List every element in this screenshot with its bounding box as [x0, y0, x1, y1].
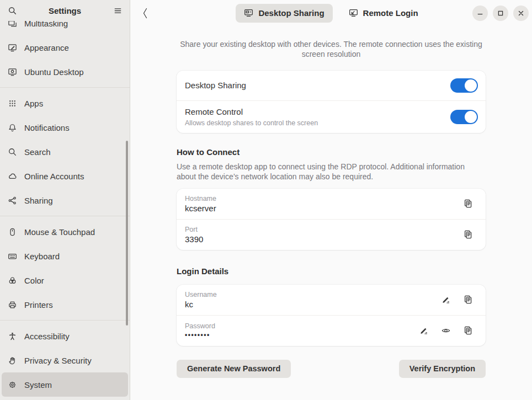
- copy-username-button[interactable]: [463, 295, 473, 305]
- hostname-value: kcserver: [185, 204, 216, 213]
- sidebar-item-label: Appearance: [24, 43, 69, 52]
- how-to-connect-heading: How to Connect: [177, 147, 486, 157]
- password-label: Password: [185, 322, 215, 330]
- tab-desktop-sharing[interactable]: Desktop Sharing: [236, 4, 332, 23]
- sidebar-item-label: Color: [24, 276, 44, 285]
- hostname-label: Hostname: [185, 195, 216, 202]
- sharing-icon: [8, 196, 17, 205]
- page-description: Share your existing desktop with other d…: [177, 39, 486, 60]
- remote-control-label: Remote Control: [185, 107, 318, 116]
- hamburger-menu-icon: [113, 6, 123, 15]
- remote-control-toggle[interactable]: [450, 110, 478, 124]
- maximize-button[interactable]: [493, 6, 508, 21]
- online-accounts-icon: [8, 172, 17, 181]
- copy-hostname-button[interactable]: [463, 199, 473, 209]
- desktop-sharing-icon: [244, 8, 253, 18]
- username-value: kc: [185, 300, 217, 309]
- login-details-heading: Login Details: [177, 266, 486, 276]
- verify-encryption-button[interactable]: Verify Encryption: [399, 360, 486, 378]
- close-icon: [517, 9, 525, 17]
- sidebar-item-color[interactable]: Color: [2, 268, 128, 292]
- settings-sidebar: Settings Multitasking Appearance Ubuntu …: [0, 0, 130, 400]
- search-button[interactable]: [4, 3, 20, 18]
- minimize-icon: [476, 9, 484, 17]
- sidebar-item-multitasking[interactable]: Multitasking: [2, 21, 128, 35]
- main-panel: Desktop Sharing Remote Login: [130, 0, 532, 400]
- sidebar-item-label: Keyboard: [24, 252, 60, 261]
- close-button[interactable]: [513, 6, 529, 21]
- sidebar-item-notifications[interactable]: Notifications: [2, 115, 128, 140]
- sidebar-item-sharing[interactable]: Sharing: [2, 188, 128, 212]
- search-section-icon: [8, 147, 17, 157]
- desktop-sharing-toggle[interactable]: [450, 78, 478, 93]
- sidebar-item-mouse-touchpad[interactable]: Mouse & Touchpad: [2, 220, 128, 244]
- sidebar-item-label: Notifications: [24, 123, 70, 132]
- sidebar-item-ubuntu-desktop[interactable]: Ubuntu Desktop: [2, 60, 128, 84]
- sidebar-divider: [0, 216, 130, 216]
- notifications-icon: [8, 123, 17, 132]
- system-gear-icon: [8, 380, 17, 390]
- remote-control-subtitle: Allows desktop shares to control the scr…: [185, 119, 318, 127]
- mouse-icon: [8, 227, 17, 237]
- sharing-toggles-card: Desktop Sharing Remote Control Allows de…: [177, 71, 486, 133]
- sidebar-item-label: Search: [24, 147, 51, 157]
- sidebar-item-system[interactable]: System: [2, 372, 128, 397]
- tab-remote-login[interactable]: Remote Login: [341, 4, 427, 23]
- copy-password-button[interactable]: [463, 326, 473, 335]
- port-row: Port 3390: [177, 220, 486, 250]
- sidebar-item-printers[interactable]: Printers: [2, 292, 128, 317]
- sidebar-item-accessibility[interactable]: Accessibility: [2, 324, 128, 348]
- desktop-sharing-label: Desktop Sharing: [185, 81, 246, 90]
- sidebar-item-label: Online Accounts: [24, 172, 84, 181]
- eye-icon: [441, 326, 451, 335]
- back-button[interactable]: [137, 4, 153, 23]
- maximize-icon: [497, 9, 504, 17]
- sidebar-item-label: Privacy & Security: [24, 356, 92, 365]
- multitasking-icon: [8, 21, 17, 28]
- privacy-hand-icon: [8, 356, 17, 365]
- toggle-knob: [465, 79, 477, 92]
- sidebar-item-search[interactable]: Search: [2, 140, 128, 164]
- hostname-row: Hostname kcserver: [177, 189, 486, 219]
- search-icon: [8, 6, 17, 15]
- ubuntu-desktop-icon: [8, 67, 17, 77]
- username-label: Username: [185, 291, 217, 298]
- copy-icon: [463, 230, 473, 239]
- sidebar-item-appearance[interactable]: Appearance: [2, 35, 128, 60]
- sidebar-item-label: Accessibility: [24, 332, 70, 341]
- toggle-knob: [465, 111, 477, 123]
- headerbar: Desktop Sharing Remote Login: [130, 0, 532, 26]
- connection-details-card: Hostname kcserver Port 3390: [177, 189, 486, 250]
- accessibility-icon: [8, 332, 17, 341]
- keyboard-icon: [8, 252, 17, 261]
- password-row: Password ••••••••: [177, 316, 486, 346]
- edit-username-button[interactable]: [441, 295, 451, 305]
- main-menu-button[interactable]: [110, 3, 125, 18]
- login-details-card: Username kc: [177, 285, 486, 346]
- copy-icon: [463, 295, 473, 305]
- copy-port-button[interactable]: [463, 230, 473, 239]
- sidebar-item-label: System: [24, 380, 52, 390]
- remote-control-row: Remote Control Allows desktop shares to …: [177, 101, 486, 133]
- sidebar-item-keyboard[interactable]: Keyboard: [2, 244, 128, 268]
- edit-pen-icon: [419, 326, 429, 335]
- sidebar-scrollbar[interactable]: [126, 141, 128, 326]
- appearance-icon: [8, 43, 17, 52]
- window-controls: [472, 6, 529, 21]
- sidebar-item-label: Printers: [24, 300, 53, 310]
- chevron-left-icon: [141, 7, 149, 19]
- port-label: Port: [185, 226, 203, 233]
- sidebar-item-privacy-security[interactable]: Privacy & Security: [2, 348, 128, 372]
- generate-new-password-button[interactable]: Generate New Password: [177, 360, 291, 378]
- edit-password-button[interactable]: [419, 326, 429, 335]
- apps-icon: [8, 99, 17, 108]
- sidebar-item-label: Apps: [24, 99, 43, 108]
- sidebar-item-apps[interactable]: Apps: [2, 91, 128, 115]
- sidebar-item-label: Multitasking: [24, 21, 68, 28]
- sidebar-item-online-accounts[interactable]: Online Accounts: [2, 164, 128, 188]
- reveal-password-button[interactable]: [441, 326, 451, 335]
- copy-icon: [463, 326, 473, 335]
- view-switcher: Desktop Sharing Remote Login: [130, 0, 532, 26]
- printers-icon: [8, 300, 17, 310]
- minimize-button[interactable]: [472, 6, 488, 21]
